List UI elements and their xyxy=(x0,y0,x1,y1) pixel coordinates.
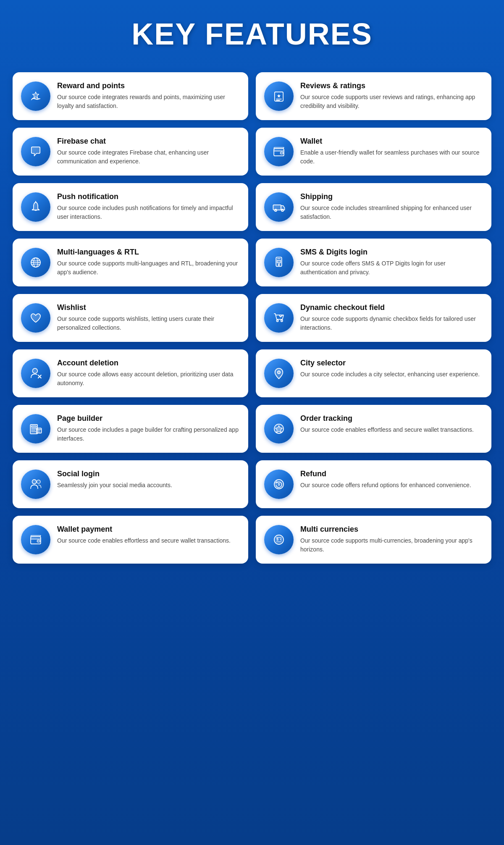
feature-text-wishlist: Wishlist Our source code supports wishli… xyxy=(57,303,240,332)
feature-title-reward-points: Reward and points xyxy=(57,81,240,90)
svg-rect-22 xyxy=(32,426,37,427)
feature-card-dynamic-checkout: Dynamic checkout field Our source code s… xyxy=(256,294,491,342)
feature-card-refund: $ Refund Our source code offers refund o… xyxy=(256,460,491,508)
feature-desc-account-deletion: Our source code allows easy account dele… xyxy=(57,370,240,388)
feature-title-multi-currencies: Multi currencies xyxy=(300,525,483,534)
feature-desc-push-notification: Our source code includes push notificati… xyxy=(57,204,240,221)
feature-text-page-builder: Page builder Our source code includes a … xyxy=(57,414,240,443)
svg-point-30 xyxy=(32,480,37,484)
feature-text-social-login: Social login Seamlessly join your social… xyxy=(57,470,240,490)
feature-card-wallet: Wallet Enable a user-friendly wallet for… xyxy=(256,128,491,176)
feature-title-shipping: Shipping xyxy=(300,192,483,201)
feature-icon-order-tracking xyxy=(264,414,294,443)
feature-card-city-selector: City selector Our source code includes a… xyxy=(256,349,491,397)
feature-desc-reviews-ratings: Our source code supports user reviews an… xyxy=(300,93,483,110)
svg-rect-6 xyxy=(273,205,281,210)
feature-title-push-notification: Push notification xyxy=(57,192,240,201)
feature-title-sms-login: SMS & Digits login xyxy=(300,248,483,257)
svg-point-15 xyxy=(276,320,278,322)
feature-title-account-deletion: Account deletion xyxy=(57,359,240,367)
feature-icon-shipping xyxy=(264,192,294,222)
svg-point-20 xyxy=(278,371,281,374)
feature-text-sms-login: SMS & Digits login Our source code offer… xyxy=(300,248,483,277)
feature-text-wallet-payment: Wallet payment Our source code enables e… xyxy=(57,525,240,545)
feature-icon-multi-languages xyxy=(21,248,50,277)
feature-card-wallet-payment: Wallet payment Our source code enables e… xyxy=(13,516,248,564)
feature-text-account-deletion: Account deletion Our source code allows … xyxy=(57,359,240,388)
feature-desc-dynamic-checkout: Our source code supports dynamic checkbo… xyxy=(300,315,483,332)
feature-icon-wishlist xyxy=(21,303,50,333)
feature-title-reviews-ratings: Reviews & ratings xyxy=(300,81,483,90)
page-title: KEY FEATURES xyxy=(13,17,491,51)
feature-desc-page-builder: Our source code includes a page builder … xyxy=(57,425,240,443)
feature-title-page-builder: Page builder xyxy=(57,414,240,423)
feature-text-reward-points: Reward and points Our source code integr… xyxy=(57,81,240,110)
svg-point-7 xyxy=(275,209,277,211)
feature-text-push-notification: Push notification Our source code includ… xyxy=(57,192,240,221)
feature-card-social-login: Social login Seamlessly join your social… xyxy=(13,460,248,508)
feature-card-multi-languages: Multi-languages & RTL Our source code su… xyxy=(13,239,248,286)
feature-icon-multi-currencies: $ € xyxy=(264,525,294,554)
feature-icon-page-builder xyxy=(21,414,50,443)
svg-point-8 xyxy=(281,209,284,211)
feature-card-sms-login: SMS & Digits login Our source code offer… xyxy=(256,239,491,286)
feature-icon-refund: $ xyxy=(264,470,294,499)
feature-desc-reward-points: Our source code integrates rewards and p… xyxy=(57,93,240,110)
svg-point-31 xyxy=(37,480,41,484)
svg-text:$: $ xyxy=(278,482,280,486)
feature-icon-push-notification xyxy=(21,192,50,222)
feature-text-multi-languages: Multi-languages & RTL Our source code su… xyxy=(57,248,240,277)
feature-title-city-selector: City selector xyxy=(300,359,483,367)
svg-text:€: € xyxy=(280,538,282,541)
feature-card-page-builder: Page builder Our source code includes a … xyxy=(13,405,248,453)
feature-icon-sms-login xyxy=(264,248,294,277)
svg-rect-35 xyxy=(37,540,40,542)
feature-card-account-deletion: Account deletion Our source code allows … xyxy=(13,349,248,397)
feature-text-dynamic-checkout: Dynamic checkout field Our source code s… xyxy=(300,303,483,332)
feature-desc-order-tracking: Our source code enables effortless and s… xyxy=(300,425,483,434)
feature-icon-dynamic-checkout xyxy=(264,303,294,333)
feature-icon-reward-points xyxy=(21,81,50,111)
feature-title-wallet: Wallet xyxy=(300,137,483,146)
feature-text-reviews-ratings: Reviews & ratings Our source code suppor… xyxy=(300,81,483,110)
feature-icon-account-deletion xyxy=(21,359,50,388)
feature-text-city-selector: City selector Our source code includes a… xyxy=(300,359,483,379)
feature-title-wallet-payment: Wallet payment xyxy=(57,525,240,534)
feature-desc-multi-languages: Our source code supports multi-languages… xyxy=(57,259,240,277)
feature-card-firebase-chat: Firebase chat Our source code integrates… xyxy=(13,128,248,176)
feature-title-refund: Refund xyxy=(300,470,483,478)
feature-card-push-notification: Push notification Our source code includ… xyxy=(13,183,248,231)
svg-point-36 xyxy=(274,535,284,544)
feature-title-order-tracking: Order tracking xyxy=(300,414,483,423)
feature-text-order-tracking: Order tracking Our source code enables e… xyxy=(300,414,483,434)
feature-icon-reviews-ratings xyxy=(264,81,294,111)
feature-title-multi-languages: Multi-languages & RTL xyxy=(57,248,240,257)
feature-icon-wallet-payment xyxy=(21,525,50,554)
feature-desc-refund: Our source code offers refund options fo… xyxy=(300,481,483,490)
feature-desc-wishlist: Our source code supports wishlists, lett… xyxy=(57,315,240,332)
feature-desc-wallet-payment: Our source code enables effortless and s… xyxy=(57,536,240,545)
svg-rect-4 xyxy=(280,152,283,154)
feature-desc-firebase-chat: Our source code integrates Firebase chat… xyxy=(57,148,240,166)
feature-text-wallet: Wallet Enable a user-friendly wallet for… xyxy=(300,137,483,166)
feature-title-social-login: Social login xyxy=(57,470,240,478)
feature-card-order-tracking: Order tracking Our source code enables e… xyxy=(256,405,491,453)
feature-text-refund: Refund Our source code offers refund opt… xyxy=(300,470,483,490)
feature-card-wishlist: Wishlist Our source code supports wishli… xyxy=(13,294,248,342)
feature-title-firebase-chat: Firebase chat xyxy=(57,137,240,146)
feature-icon-city-selector xyxy=(264,359,294,388)
feature-card-reward-points: Reward and points Our source code integr… xyxy=(13,72,248,120)
feature-icon-wallet xyxy=(264,137,294,166)
feature-desc-shipping: Our source code includes streamlined shi… xyxy=(300,204,483,221)
features-grid: Reward and points Our source code integr… xyxy=(13,72,491,564)
feature-card-multi-currencies: $ € Multi currencies Our source code sup… xyxy=(256,516,491,564)
feature-text-multi-currencies: Multi currencies Our source code support… xyxy=(300,525,483,554)
feature-icon-firebase-chat xyxy=(21,137,50,166)
feature-desc-social-login: Seamlessly join your social media accoun… xyxy=(57,481,240,490)
feature-desc-city-selector: Our source code includes a city selector… xyxy=(300,370,483,379)
feature-title-wishlist: Wishlist xyxy=(57,303,240,312)
feature-text-shipping: Shipping Our source code includes stream… xyxy=(300,192,483,221)
svg-point-16 xyxy=(281,320,283,322)
feature-card-reviews-ratings: Reviews & ratings Our source code suppor… xyxy=(256,72,491,120)
svg-point-17 xyxy=(32,368,37,373)
